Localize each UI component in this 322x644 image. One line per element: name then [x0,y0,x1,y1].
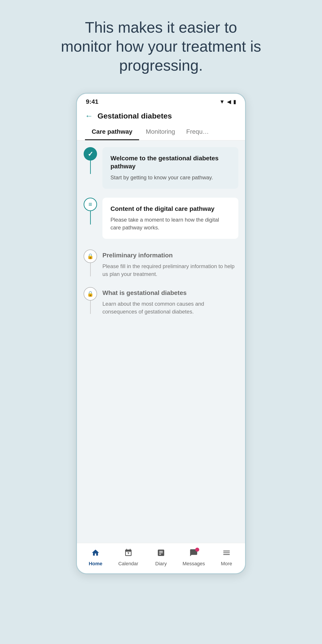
nav-label-more: More [221,561,232,567]
page-title: Gestational diabetes [98,112,172,120]
nav-label-calendar: Calendar [118,561,138,567]
timeline-item-3: 🔒 Preliminary information Please fill in… [84,250,238,287]
home-icon [91,548,100,559]
more-icon [222,548,231,559]
status-time: 9:41 [86,98,98,105]
checkmark-icon: ✓ [88,150,93,158]
battery-icon: ▮ [233,98,236,105]
timeline-item-4: 🔒 What is gestational diabetes Learn abo… [84,287,238,325]
card-desc-4: Learn about the most common causes and c… [102,300,238,316]
timeline-line-1 [90,160,91,174]
messages-icon [190,548,198,559]
app-header: ← Gestational diabetes [77,108,245,120]
timeline-left-3: 🔒 [84,250,97,276]
status-icons: ▼ ◀ ▮ [219,98,236,105]
nav-label-home: Home [89,561,102,567]
card-4: What is gestational diabetes Learn about… [102,287,238,316]
card-title-4: What is gestational diabetes [102,289,238,297]
nav-item-diary[interactable]: Diary [145,548,177,567]
nav-item-calendar[interactable]: ✓ Calendar [112,548,144,567]
svg-text:✓: ✓ [127,552,129,555]
timeline-item-2: ≡ Content of the digital care pathway Pl… [84,198,238,250]
card-2[interactable]: Content of the digital care pathway Plea… [102,198,238,239]
status-bar: 9:41 ▼ ◀ ▮ [77,94,245,108]
card-desc-2: Please take a moment to learn how the di… [110,216,230,232]
signal-icon: ◀ [227,98,231,105]
lock-icon-3: 🔒 [87,253,94,260]
tab-monitoring[interactable]: Monitoring [139,123,182,140]
timeline-left-4: 🔒 [84,287,97,314]
nav-label-diary: Diary [155,561,166,567]
timeline-right-3: Preliminary information Please fill in t… [102,250,238,287]
card-title-2: Content of the digital care pathway [110,205,230,213]
nav-label-messages: Messages [182,561,205,567]
svg-rect-0 [126,552,131,552]
tab-care-pathway[interactable]: Care pathway [85,123,139,140]
notification-dot [195,548,199,552]
wifi-icon: ▼ [219,98,225,105]
timeline-line-2 [90,211,91,224]
step-icon-1: ✓ [84,147,97,160]
card-desc-1: Start by getting to know your care pathw… [110,174,230,182]
timeline-item-1: ✓ Welcome to the gestational diabetes pa… [84,147,238,198]
card-title-1: Welcome to the gestational diabetes path… [110,154,230,170]
nav-item-more[interactable]: More [210,548,243,567]
timeline-right-2[interactable]: Content of the digital care pathway Plea… [102,198,238,250]
phone-shell: 9:41 ▼ ◀ ▮ ← Gestational diabetes Care p… [76,93,246,574]
back-button[interactable]: ← [85,111,93,120]
page-headline: This makes it easier to monitor how your… [60,18,262,75]
card-desc-3: Please fill in the required preliminary … [102,262,238,278]
card-title-3: Preliminary information [102,251,238,260]
step-icon-4: 🔒 [84,287,97,300]
bottom-nav: Home ✓ Calendar Diary [77,543,245,573]
nav-item-messages[interactable]: Messages [177,548,210,567]
step-icon-2: ≡ [84,198,97,211]
lock-icon-4: 🔒 [87,291,94,297]
main-content: ✓ Welcome to the gestational diabetes pa… [77,140,245,543]
tab-frequently[interactable]: Frequ… [182,123,213,140]
timeline-line-3 [90,263,91,276]
timeline-line-4 [90,300,91,314]
timeline-left-1: ✓ [84,147,97,174]
card-3: Preliminary information Please fill in t… [102,250,238,278]
timeline: ✓ Welcome to the gestational diabetes pa… [84,147,238,325]
card-1[interactable]: Welcome to the gestational diabetes path… [102,147,238,189]
calendar-icon: ✓ [124,548,132,559]
timeline-right-1[interactable]: Welcome to the gestational diabetes path… [102,147,238,198]
diary-icon [157,548,165,559]
timeline-right-4: What is gestational diabetes Learn about… [102,287,238,325]
timeline-left-2: ≡ [84,198,97,224]
list-icon: ≡ [88,201,92,208]
step-icon-3: 🔒 [84,250,97,263]
nav-item-home[interactable]: Home [79,548,112,567]
tabs-row: Care pathway Monitoring Frequ… [77,123,245,140]
